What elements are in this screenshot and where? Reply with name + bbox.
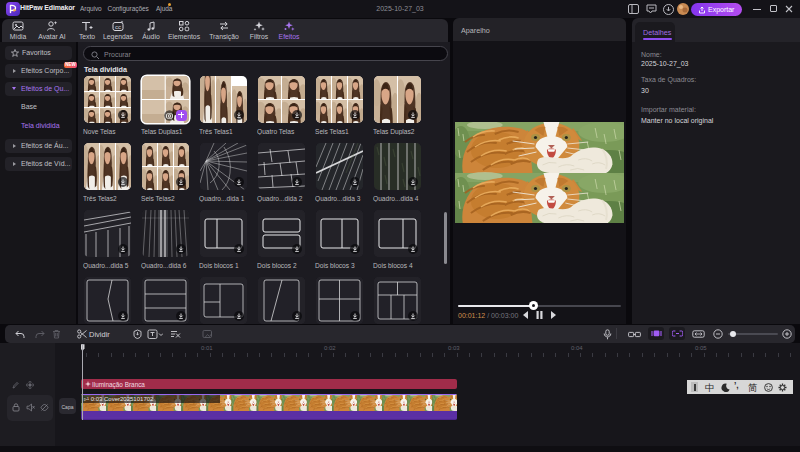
svg-text:cc: cc [115,24,121,30]
